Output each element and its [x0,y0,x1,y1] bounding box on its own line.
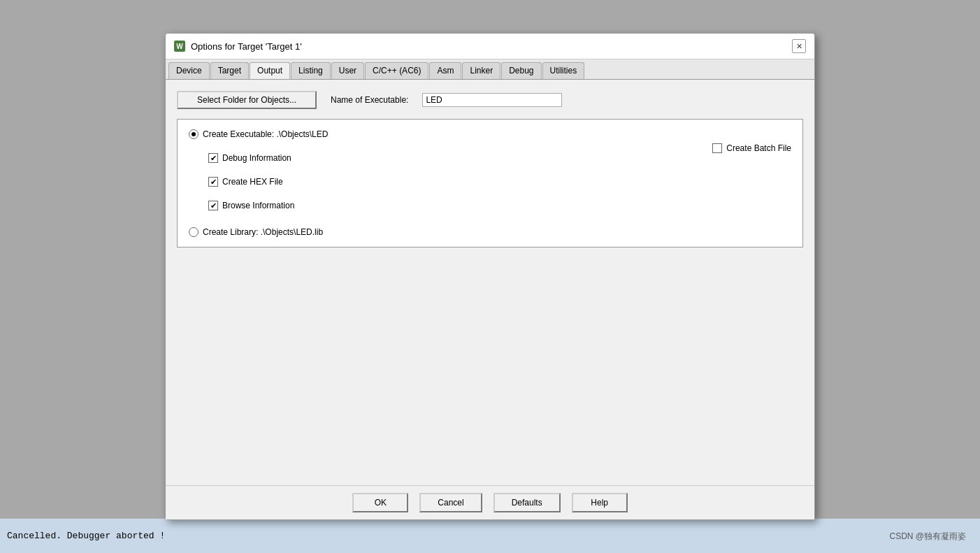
right-options: Create Batch File [712,129,791,153]
bottom-bar: Cancelled. Debugger aborted ! CSDN @独有凝雨… [0,518,980,553]
dialog-title-text: Options for Target 'Target 1' [191,41,302,52]
create-library-radio[interactable] [189,227,199,237]
browse-info-row: ✔ Browse Information [208,201,328,210]
debug-info-label: Debug Information [222,153,291,163]
tab-user[interactable]: User [331,62,364,79]
tab-linker[interactable]: Linker [462,62,500,79]
bottom-message: Cancelled. Debugger aborted ! [7,531,165,541]
dialog-titlebar: W Options for Target 'Target 1' ✕ [166,34,814,59]
cancel-button[interactable]: Cancel [419,493,482,512]
tab-asm[interactable]: Asm [429,62,461,79]
create-executable-radio[interactable] [189,129,199,139]
tab-debug[interactable]: Debug [501,62,541,79]
debug-info-checkbox[interactable]: ✔ [208,153,218,163]
executable-input[interactable] [422,93,562,107]
create-executable-label: Create Executable: .\Objects\LED [203,129,328,139]
create-hex-row: ✔ Create HEX File [208,177,328,187]
create-hex-checkbox[interactable]: ✔ [208,177,218,187]
options-dialog: W Options for Target 'Target 1' ✕ Device… [165,33,815,520]
close-button[interactable]: ✕ [792,39,806,53]
defaults-button[interactable]: Defaults [493,493,561,512]
executable-label: Name of Executable: [331,95,408,105]
tab-listing[interactable]: Listing [291,62,331,79]
ok-button[interactable]: OK [352,493,408,512]
tab-target[interactable]: Target [210,62,249,79]
create-hex-label: Create HEX File [222,177,283,187]
create-library-label: Create Library: .\Objects\LED.lib [203,227,323,237]
watermark: CSDN @独有凝雨姿 [889,531,966,543]
select-folder-button[interactable]: Select Folder for Objects... [177,91,317,109]
keil-icon: W [174,41,185,52]
tab-utilities[interactable]: Utilities [542,62,585,79]
create-batch-checkbox[interactable] [712,143,722,153]
dialog-content: Select Folder for Objects... Name of Exe… [166,80,814,485]
left-options: Create Executable: .\Objects\LED ✔ Debug… [189,129,328,237]
tab-output[interactable]: Output [250,62,290,79]
browse-info-label: Browse Information [222,201,294,210]
browse-info-checkbox[interactable]: ✔ [208,201,218,210]
dialog-footer: OK Cancel Defaults Help [166,485,814,519]
create-batch-label: Create Batch File [726,143,791,153]
options-box: Create Executable: .\Objects\LED ✔ Debug… [177,119,803,247]
create-executable-row: Create Executable: .\Objects\LED [189,129,328,139]
help-button[interactable]: Help [572,493,628,512]
tab-device[interactable]: Device [168,62,210,79]
dialog-title: W Options for Target 'Target 1' [174,41,302,52]
top-row: Select Folder for Objects... Name of Exe… [177,91,803,109]
first-option-row: Create Executable: .\Objects\LED ✔ Debug… [189,129,791,237]
create-library-row: Create Library: .\Objects\LED.lib [189,227,328,237]
debug-info-row: ✔ Debug Information [208,153,328,163]
tab-bar: Device Target Output Listing User C/C++ … [166,59,814,80]
tab-cpp[interactable]: C/C++ (AC6) [365,62,428,79]
